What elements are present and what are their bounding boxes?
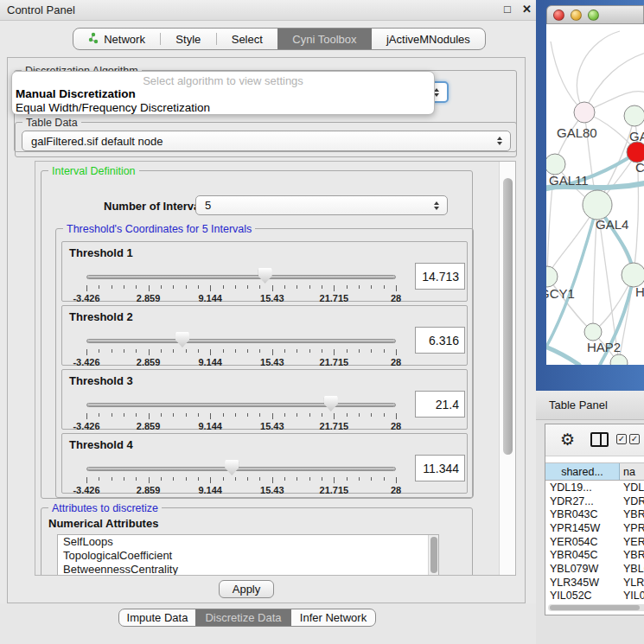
- checkbox-icon[interactable]: ✓: [616, 434, 627, 444]
- tab-label: Network: [104, 33, 145, 46]
- table-data-combobox[interactable]: galFiltered.sif default node: [22, 131, 511, 151]
- zoom-traffic-light-icon[interactable]: [588, 10, 599, 21]
- slider-tick: [124, 285, 124, 289]
- network-node-ga[interactable]: [624, 105, 644, 126]
- columns-icon[interactable]: [590, 432, 609, 447]
- threshold-value-field[interactable]: 14.713: [415, 263, 465, 290]
- panel-scrollbar[interactable]: [499, 162, 515, 575]
- table-row[interactable]: YIL052CYIL0: [545, 590, 644, 603]
- gear-icon[interactable]: ⚙: [560, 430, 575, 450]
- tab-select[interactable]: Select: [217, 29, 278, 49]
- close-window-icon[interactable]: ✕: [522, 3, 532, 16]
- slider-track[interactable]: [86, 339, 396, 343]
- slider-tick-label: 28: [391, 357, 401, 367]
- column-header-name[interactable]: na: [620, 463, 644, 480]
- column-header-shared[interactable]: shared...: [545, 463, 620, 480]
- attribute-list-item[interactable]: TopologicalCoefficient: [58, 549, 438, 563]
- slider-tick: [99, 349, 99, 353]
- slider-tick: [272, 477, 273, 483]
- slider-tick-label: 21.715: [320, 485, 349, 495]
- network-canvas[interactable]: GAL80GACGAL11GAL4GCY1HHAP2: [546, 24, 644, 365]
- slider-tick: [322, 413, 322, 417]
- table-cell-name: YPR1: [620, 522, 644, 534]
- network-node-gal4[interactable]: [583, 190, 612, 220]
- threshold-slider-3[interactable]: -3.4262.8599.14415.4321.71528: [86, 394, 396, 429]
- slider-tick-label: 21.715: [320, 357, 349, 367]
- slider-tick: [322, 477, 322, 481]
- table-row[interactable]: YLR345WYLR3: [545, 576, 644, 590]
- slider-tick: [371, 285, 372, 289]
- float-window-icon[interactable]: □: [504, 3, 511, 16]
- table-row[interactable]: YPR145WYPR1: [545, 521, 644, 535]
- bottom-tab-bar: Impute DataDiscretize DataInfer Network: [118, 609, 376, 627]
- dropdown-option-manual-discretization[interactable]: Manual Discretization: [16, 87, 136, 100]
- slider-track[interactable]: [86, 275, 396, 279]
- slider-tick: [136, 285, 137, 289]
- table-row[interactable]: YBL079WYBL0: [545, 562, 644, 576]
- slider-thumb[interactable]: [324, 396, 338, 411]
- threshold-value-field[interactable]: 21.4: [415, 391, 465, 418]
- table-horizontal-scrollbar-thumb[interactable]: [550, 605, 640, 610]
- table-row[interactable]: YBR043CYBR0: [545, 507, 644, 521]
- table-row[interactable]: YBR045CYBR0: [545, 548, 644, 562]
- slider-thumb[interactable]: [225, 460, 239, 475]
- threshold-value-field[interactable]: 6.316: [415, 327, 465, 354]
- network-node-gal80[interactable]: [574, 102, 595, 123]
- slider-thumb[interactable]: [258, 268, 272, 284]
- bottom-tab-infer-network[interactable]: Infer Network: [291, 609, 375, 626]
- slider-tick: [161, 413, 162, 417]
- bottom-tab-impute-data[interactable]: Impute Data: [119, 609, 195, 626]
- tab-style[interactable]: Style: [161, 29, 215, 49]
- minimize-traffic-light-icon[interactable]: [571, 10, 582, 21]
- table-horizontal-scrollbar[interactable]: [548, 604, 644, 611]
- slider-tick-label: -3.426: [73, 293, 99, 303]
- close-traffic-light-icon[interactable]: [553, 10, 564, 21]
- tab-label: Style: [175, 33, 201, 46]
- list-scrollbar[interactable]: [428, 535, 438, 576]
- network-node-gal11[interactable]: [546, 154, 565, 175]
- app-root: { "titlebar": { "title": "Control Panel"…: [0, 0, 644, 644]
- slider-thumb[interactable]: [175, 332, 189, 348]
- bottom-tab-discretize-data[interactable]: Discretize Data: [195, 609, 291, 626]
- numerical-attributes-list[interactable]: SelfLoopsTopologicalCoefficientBetweenne…: [57, 534, 439, 576]
- network-node-label: GA: [629, 129, 644, 143]
- tab-cyni-toolbox[interactable]: Cyni Toolbox: [277, 29, 372, 49]
- slider-track[interactable]: [86, 467, 396, 471]
- panel-scrollbar-thumb[interactable]: [503, 178, 513, 455]
- threshold-slider-2[interactable]: -3.4262.8599.14415.4321.71528: [86, 330, 396, 365]
- attribute-list-item[interactable]: SelfLoops: [58, 535, 438, 549]
- table-cell-name: YIL0: [620, 590, 644, 602]
- threshold-slider-4[interactable]: -3.4262.8599.14415.4321.71528: [86, 458, 396, 493]
- table-cell-shared-name: YPR145W: [545, 522, 620, 534]
- threshold-label: Threshold 1: [69, 246, 133, 259]
- attribute-list-item[interactable]: BetweennessCentrality: [58, 563, 438, 576]
- table-row[interactable]: YER054CYER0: [545, 535, 644, 549]
- slider-tick: [371, 413, 372, 417]
- slider-tick: [396, 349, 397, 355]
- dropdown-option-equal-width-frequency[interactable]: Equal Width/Frequency Discretization: [16, 101, 210, 114]
- slider-tick: [259, 349, 260, 353]
- network-window-titlebar[interactable]: [546, 5, 644, 24]
- slider-tick-label: 28: [391, 421, 401, 431]
- table-row[interactable]: YDL19...YDL1: [545, 481, 644, 494]
- number-of-intervals-combobox[interactable]: 5: [195, 195, 448, 215]
- table-data-group: Table Data galFiltered.sif default node: [15, 122, 517, 157]
- slider-tick: [198, 349, 199, 353]
- network-node-hap2[interactable]: [584, 323, 602, 341]
- slider-tick-label: 15.43: [260, 421, 284, 431]
- threshold-slider-1[interactable]: -3.4262.8599.14415.4321.71528: [86, 266, 396, 301]
- slider-tick: [99, 413, 99, 417]
- threshold-value-field[interactable]: 11.344: [415, 455, 465, 481]
- slider-track[interactable]: [86, 403, 396, 407]
- checkbox-icon[interactable]: ✓: [629, 434, 640, 444]
- apply-button[interactable]: Apply: [219, 580, 274, 598]
- list-scrollbar-thumb[interactable]: [430, 537, 437, 573]
- tab-network[interactable]: Network: [73, 29, 160, 49]
- tab-jactivemnodules[interactable]: jActiveMNodules: [372, 29, 485, 49]
- network-node-gcy1[interactable]: [546, 266, 558, 287]
- slider-tick-label: 9.144: [198, 357, 222, 367]
- slider-tick: [272, 349, 273, 355]
- network-node-h[interactable]: [622, 263, 644, 287]
- table-cell-shared-name: YER054C: [545, 536, 620, 548]
- table-row[interactable]: YDR27...YDR2: [545, 494, 644, 508]
